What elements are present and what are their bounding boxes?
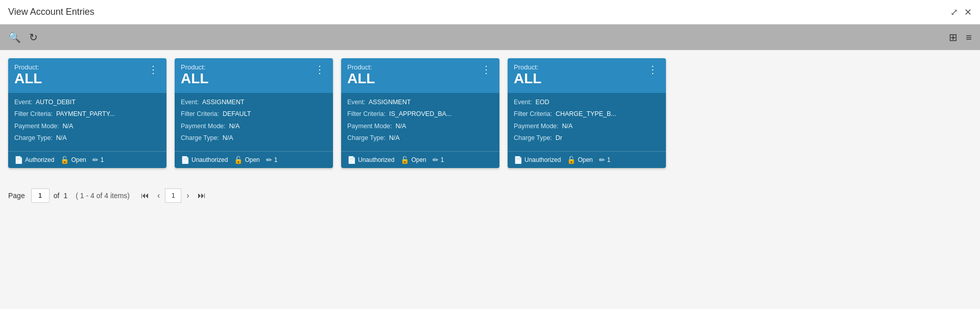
lock-status[interactable]: 🔓 Open <box>400 156 426 164</box>
card-body: Event: EOD Filter Criteria: CHARGE_TYPE_… <box>508 93 666 151</box>
auth-label: Unauthorized <box>358 156 394 163</box>
total-pages: 1 <box>63 192 67 200</box>
last-page-button[interactable]: ⏭ <box>195 190 209 201</box>
card-header: Product: ALL ⋮ <box>341 58 499 93</box>
lock-label: Open <box>71 156 86 163</box>
payment-mode-field: Payment Mode: N/A <box>181 122 327 131</box>
lock-status[interactable]: 🔓 Open <box>234 156 259 164</box>
menu-icon[interactable]: ≡ <box>966 32 972 43</box>
current-page-box: 1 <box>165 188 181 203</box>
next-page-button[interactable]: › <box>183 190 192 201</box>
card-header: Product: ALL ⋮ <box>508 58 666 93</box>
auth-icon: 📄 <box>14 156 23 164</box>
first-page-button[interactable]: ⏮ <box>138 190 152 201</box>
card-footer: 📄 Authorized 🔓 Open ✏ 1 <box>8 151 166 168</box>
of-label: of <box>54 192 60 200</box>
product-label: Product: <box>347 63 375 71</box>
card-item: Product: ALL ⋮ Event: AUTO_DEBIT Filter … <box>8 58 166 168</box>
lock-icon: 🔓 <box>567 156 576 164</box>
filter-criteria-field: Filter Criteria: PAYMENT_PARTY... <box>14 110 160 119</box>
auth-status[interactable]: 📄 Unauthorized <box>181 156 228 164</box>
edit-count-value: 1 <box>607 156 611 163</box>
title-bar-actions: ⤢ ✕ <box>950 7 972 18</box>
card-item: Product: ALL ⋮ Event: EOD Filter Criteri… <box>508 58 666 168</box>
payment-mode-field: Payment Mode: N/A <box>514 122 660 131</box>
event-field: Event: EOD <box>514 98 660 107</box>
card-body: Event: ASSIGNMENT Filter Criteria: IS_AP… <box>341 93 499 151</box>
lock-status[interactable]: 🔓 Open <box>567 156 592 164</box>
edit-icon: ✏ <box>433 156 439 164</box>
edit-count-value: 1 <box>274 156 278 163</box>
event-field: Event: AUTO_DEBIT <box>14 98 160 107</box>
lock-status[interactable]: 🔓 Open <box>60 156 86 164</box>
card-body: Event: ASSIGNMENT Filter Criteria: DEFAU… <box>175 93 333 151</box>
lock-icon: 🔓 <box>400 156 409 164</box>
edit-icon: ✏ <box>599 156 605 164</box>
pagination-nav: ⏮ ‹ 1 › ⏭ <box>138 188 209 203</box>
edit-icon: ✏ <box>92 156 99 164</box>
card-menu-icon[interactable]: ⋮ <box>479 63 493 76</box>
pagination-bar: Page of 1 ( 1 - 4 of 4 items) ⏮ ‹ 1 › ⏭ <box>0 176 980 215</box>
card-item: Product: ALL ⋮ Event: ASSIGNMENT Filter … <box>341 58 499 168</box>
lock-label: Open <box>411 156 426 163</box>
minimize-icon[interactable]: ⤢ <box>950 7 958 18</box>
edit-count[interactable]: ✏ 1 <box>266 156 278 164</box>
prev-page-button[interactable]: ‹ <box>154 190 163 201</box>
charge-type-field: Charge Type: N/A <box>347 134 493 143</box>
close-icon[interactable]: ✕ <box>964 7 972 18</box>
charge-type-field: Charge Type: Dr <box>514 134 660 143</box>
product-label: Product: <box>514 63 541 71</box>
card-menu-icon[interactable]: ⋮ <box>313 63 327 76</box>
card-header: Product: ALL ⋮ <box>175 58 333 93</box>
event-field: Event: ASSIGNMENT <box>181 98 327 107</box>
search-icon[interactable]: 🔍 <box>8 31 21 43</box>
refresh-icon[interactable]: ↻ <box>29 31 38 43</box>
edit-count[interactable]: ✏ 1 <box>433 156 444 164</box>
card-menu-icon[interactable]: ⋮ <box>646 63 660 76</box>
edit-count[interactable]: ✏ 1 <box>599 156 611 164</box>
auth-label: Unauthorized <box>192 156 228 163</box>
toolbar-right: ⊞ ≡ <box>949 31 972 43</box>
product-value: ALL <box>14 71 42 87</box>
lock-label: Open <box>245 156 259 163</box>
filter-criteria-field: Filter Criteria: CHARGE_TYPE_B... <box>514 110 660 119</box>
auth-status[interactable]: 📄 Unauthorized <box>347 156 394 164</box>
filter-criteria-field: Filter Criteria: DEFAULT <box>181 110 327 119</box>
toolbar: 🔍 ↻ ⊞ ≡ <box>0 25 980 50</box>
product-value: ALL <box>181 71 208 87</box>
card-menu-icon[interactable]: ⋮ <box>146 63 160 76</box>
pagination-info: ( 1 - 4 of 4 items) <box>76 192 130 200</box>
card-header-top: Product: ALL ⋮ <box>347 63 493 87</box>
payment-mode-field: Payment Mode: N/A <box>14 122 160 131</box>
card-footer: 📄 Unauthorized 🔓 Open ✏ 1 <box>508 151 666 168</box>
edit-count[interactable]: ✏ 1 <box>92 156 104 164</box>
main-content: Product: ALL ⋮ Event: AUTO_DEBIT Filter … <box>0 50 980 176</box>
charge-type-field: Charge Type: N/A <box>181 134 327 143</box>
card-header-top: Product: ALL ⋮ <box>14 63 160 87</box>
auth-icon: 📄 <box>181 156 189 164</box>
card-footer: 📄 Unauthorized 🔓 Open ✏ 1 <box>175 151 333 168</box>
page-title: View Account Entries <box>8 7 94 17</box>
auth-icon: 📄 <box>514 156 522 164</box>
product-label: Product: <box>181 63 208 71</box>
filter-criteria-field: Filter Criteria: IS_APPROVED_BA... <box>347 110 493 119</box>
card-body: Event: AUTO_DEBIT Filter Criteria: PAYME… <box>8 93 166 151</box>
auth-label: Unauthorized <box>524 156 561 163</box>
product-label: Product: <box>14 63 42 71</box>
card-header-top: Product: ALL ⋮ <box>181 63 327 87</box>
event-field: Event: ASSIGNMENT <box>347 98 493 107</box>
auth-status[interactable]: 📄 Unauthorized <box>514 156 561 164</box>
cards-grid: Product: ALL ⋮ Event: AUTO_DEBIT Filter … <box>8 58 972 168</box>
grid-view-icon[interactable]: ⊞ <box>949 31 958 43</box>
product-value: ALL <box>514 71 541 87</box>
auth-status[interactable]: 📄 Authorized <box>14 156 54 164</box>
card-item: Product: ALL ⋮ Event: ASSIGNMENT Filter … <box>175 58 333 168</box>
card-header: Product: ALL ⋮ <box>8 58 166 93</box>
edit-count-value: 1 <box>441 156 444 163</box>
lock-label: Open <box>578 156 592 163</box>
card-footer: 📄 Unauthorized 🔓 Open ✏ 1 <box>341 151 499 168</box>
page-input[interactable] <box>31 188 50 203</box>
page-label: Page <box>8 192 25 200</box>
lock-icon: 🔓 <box>234 156 243 164</box>
card-header-top: Product: ALL ⋮ <box>514 63 660 87</box>
